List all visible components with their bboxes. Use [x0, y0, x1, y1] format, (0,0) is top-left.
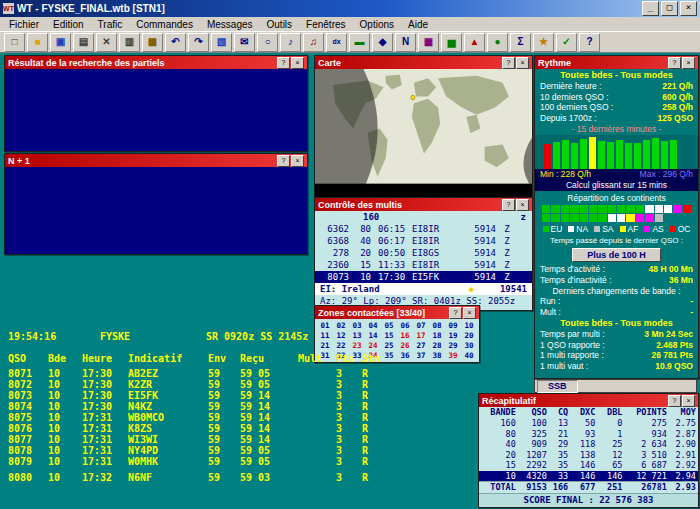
help-button[interactable]: ?	[277, 155, 290, 167]
multiplier-row[interactable]: 2782000:50EI8GS5914Z	[315, 247, 532, 259]
zones-titlebar[interactable]: Zones contactées [33/40] ? ×	[315, 306, 479, 319]
log-cell	[298, 445, 336, 456]
print-icon[interactable]: ▤	[73, 33, 94, 52]
summary-header-cell: DXC	[568, 407, 595, 418]
summary-cell: 146	[568, 460, 595, 471]
multiplier-cell: Z	[502, 271, 512, 283]
cut-icon[interactable]: ✕	[96, 33, 117, 52]
close-icon[interactable]: ×	[516, 57, 529, 69]
multiplier-row[interactable]: 63628006:15EI8IR5914Z	[315, 223, 532, 235]
partials-titlebar[interactable]: Résultat de la recherche des partiels ? …	[5, 56, 307, 69]
multiplier-check-titlebar[interactable]: Contrôle des multis ? ×	[315, 198, 532, 211]
minimize-button[interactable]: _	[642, 1, 659, 16]
rate-titlebar[interactable]: Rythme ? ×	[535, 56, 698, 69]
continent-segment	[551, 214, 559, 222]
close-button[interactable]: ×	[680, 1, 697, 16]
help-button[interactable]: ?	[277, 57, 290, 69]
menu-item-3[interactable]: Trafic	[91, 19, 130, 30]
band-map-icon[interactable]: ▬	[349, 33, 370, 52]
menu-item-4[interactable]: Commandes	[129, 19, 200, 30]
zones-title: Zones contactées [33/40]	[318, 308, 425, 318]
zone-cell: 09	[445, 321, 461, 331]
legend-label: OC	[678, 224, 691, 234]
score-icon[interactable]: ★	[533, 33, 554, 52]
main-titlebar[interactable]: WT WT - FYSKE_FINAL.wtb [STN1] _ □ ×	[0, 0, 700, 17]
help-button[interactable]: ?	[668, 395, 681, 407]
log-row[interactable]: 80771017:31WI3WI5959 143R	[8, 434, 468, 445]
redo-icon[interactable]: ↷	[188, 33, 209, 52]
menu-item-6[interactable]: Outils	[260, 19, 300, 30]
multiplier-row[interactable]: 23601511:33EI8IR5914Z	[315, 259, 532, 271]
multiplier-row[interactable]: 63684006:17EI8IR5914Z	[315, 235, 532, 247]
log-cell: 59 14	[240, 412, 298, 423]
log-entry-cell: 3	[336, 472, 362, 483]
log-cell: 59	[208, 390, 240, 401]
continent-segment	[617, 214, 625, 222]
help-button[interactable]: ?	[502, 199, 515, 211]
menu-item-7[interactable]: Fenêtres	[299, 19, 352, 30]
voice-keyer-icon[interactable]: ♫	[303, 33, 324, 52]
log-row[interactable]: 80731017:30EI5FK5959 143R	[8, 390, 468, 401]
continent-segment	[673, 205, 681, 213]
statistics-icon[interactable]: ▅	[441, 33, 462, 52]
maximize-button[interactable]: □	[661, 1, 678, 16]
n-plus-one-icon[interactable]: N	[395, 33, 416, 52]
copy-icon[interactable]: ▥	[119, 33, 140, 52]
multiplier-cell: 2360	[319, 259, 349, 271]
dx-cluster-icon[interactable]: dx	[326, 33, 347, 52]
multiplier-cell: EI8IR	[412, 235, 460, 247]
close-icon[interactable]: ×	[291, 155, 304, 167]
help-icon[interactable]: ?	[579, 33, 600, 52]
log-row[interactable]: 80711017:30AB2EZ5959 053R	[8, 368, 468, 379]
map-title: Carte	[318, 58, 341, 68]
summary-cell: 325	[516, 429, 547, 440]
undo-icon[interactable]: ↶	[165, 33, 186, 52]
gab-message-icon[interactable]: ✉	[234, 33, 255, 52]
summary-icon[interactable]: Σ	[510, 33, 531, 52]
check-partials-icon[interactable]: ◆	[372, 33, 393, 52]
cw-keyer-icon[interactable]: ♪	[280, 33, 301, 52]
log-entry-line[interactable]: 80801017:32N6NF5959 033R	[8, 472, 468, 483]
world-map-icon[interactable]: ●	[487, 33, 508, 52]
menu-item-2[interactable]: Edition	[46, 19, 91, 30]
summary-titlebar[interactable]: Récapitulatif ? ×	[479, 394, 698, 407]
log-row[interactable]: 80741017:30N4KZ5959 143R	[8, 401, 468, 412]
rate-meter-icon[interactable]: ▲	[464, 33, 485, 52]
help-button[interactable]: ?	[502, 57, 515, 69]
close-icon[interactable]: ×	[463, 307, 476, 319]
multiplier-cell: EI8IR	[412, 223, 460, 235]
continent-segment	[580, 205, 588, 213]
log-row[interactable]: 80761017:31K8ZS5959 143R	[8, 423, 468, 434]
paste-icon[interactable]: ▦	[142, 33, 163, 52]
help-button[interactable]: ?	[449, 307, 462, 319]
menu-item-1[interactable]: Fichier	[2, 19, 46, 30]
log-header-cell: Env	[208, 353, 240, 364]
close-icon[interactable]: ×	[291, 57, 304, 69]
menu-item-5[interactable]: Messages	[200, 19, 260, 30]
continent-segment	[617, 205, 625, 213]
log-row[interactable]: 80751017:31WB0MCO5959 143R	[8, 412, 468, 423]
help-button[interactable]: ?	[668, 57, 681, 69]
open-folder-icon[interactable]: ■	[27, 33, 48, 52]
menu-item-8[interactable]: Options	[353, 19, 401, 30]
legend-item: EU	[543, 224, 563, 234]
multiplier-row[interactable]: 80731017:30EI5FK5914Z	[315, 271, 532, 283]
network-icon[interactable]: ▧	[211, 33, 232, 52]
log-row[interactable]: 80791017:31W0MHK5959 053R	[8, 456, 468, 467]
summary-cell: 138	[568, 450, 595, 461]
log-cell: 10	[48, 456, 82, 467]
log-row[interactable]: 80781017:31NY4PD5959 053R	[8, 445, 468, 456]
close-icon[interactable]: ×	[516, 199, 529, 211]
new-file-icon[interactable]: □	[4, 33, 25, 52]
check-call-icon[interactable]: ✓	[556, 33, 577, 52]
map-titlebar[interactable]: Carte ? ×	[315, 56, 532, 69]
n-plus-one-titlebar[interactable]: N + 1 ? ×	[5, 154, 307, 167]
rate-bar	[571, 143, 578, 169]
zones-map-icon[interactable]: ▦	[418, 33, 439, 52]
menu-item-9[interactable]: Aide	[401, 19, 435, 30]
clock-icon[interactable]: ○	[257, 33, 278, 52]
save-icon[interactable]: ▣	[50, 33, 71, 52]
close-icon[interactable]: ×	[682, 57, 695, 69]
log-row[interactable]: 80721017:30K2ZR5959 053R	[8, 379, 468, 390]
close-icon[interactable]: ×	[682, 395, 695, 407]
